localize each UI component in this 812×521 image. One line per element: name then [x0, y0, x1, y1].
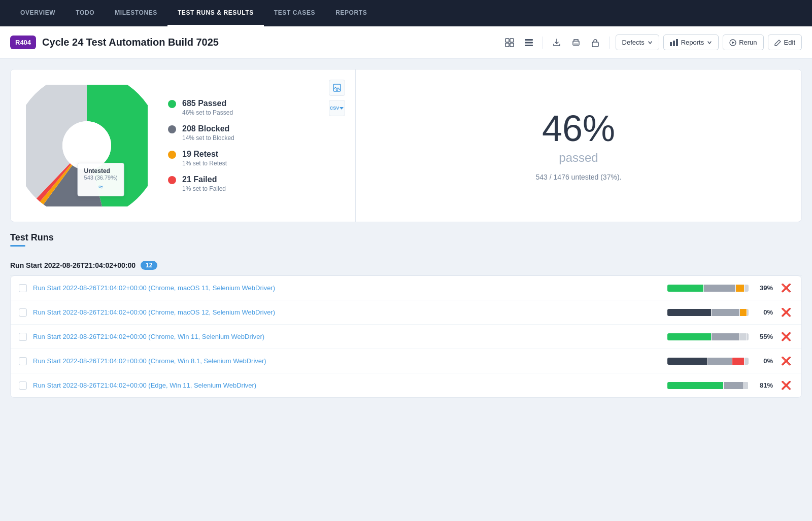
progress-bar-segment	[732, 358, 745, 365]
progress-bar-segment	[745, 285, 749, 292]
run-percentage: 0%	[755, 357, 773, 365]
page-title: Cycle 24 Test Automation Build 7025	[42, 37, 495, 48]
run-checkbox[interactable]	[19, 308, 27, 317]
blocked-dot	[168, 125, 176, 133]
export-button[interactable]	[549, 35, 564, 50]
bar-chart-icon	[670, 39, 678, 46]
nav-milestones[interactable]: MILESTONES	[105, 0, 167, 26]
retest-count: 19 Retest	[182, 150, 227, 159]
run-checkbox[interactable]	[19, 381, 27, 390]
passed-pct: 46% set to Passed	[182, 109, 233, 116]
grid-view-button[interactable]	[502, 35, 517, 50]
table-row: Run Start 2022-08-26T21:04:02+00:00 (Chr…	[11, 349, 801, 373]
test-runs-section: Test Runs Run Start 2022-08-26T21:04:02+…	[10, 232, 802, 398]
nav-todo[interactable]: TODO	[65, 0, 105, 26]
run-checkbox[interactable]	[19, 333, 27, 341]
separator-1	[543, 37, 543, 49]
edit-button[interactable]: Edit	[768, 34, 802, 50]
export-icon	[552, 38, 561, 47]
failed-pct: 1% set to Failed	[182, 185, 226, 192]
svg-rect-1	[510, 39, 514, 42]
download-csv-button[interactable]: CSV	[329, 100, 345, 116]
delete-run-button[interactable]: ❌	[779, 380, 793, 390]
print-icon	[571, 38, 581, 47]
chart-legend: 685 Passed 46% set to Passed 208 Blocked…	[168, 99, 234, 192]
run-name[interactable]: Run Start 2022-08-26T21:04:02+00:00 (Chr…	[33, 308, 661, 316]
list-view-button[interactable]	[521, 35, 536, 50]
svg-rect-12	[676, 39, 678, 46]
legend-blocked: 208 Blocked 14% set to Blocked	[168, 124, 234, 142]
list-icon	[524, 38, 533, 47]
defects-dropdown[interactable]: Defects	[616, 34, 659, 50]
delete-run-button[interactable]: ❌	[779, 356, 793, 366]
defects-label: Defects	[622, 39, 645, 46]
progress-bar-segment	[740, 309, 747, 316]
section-title: Test Runs	[10, 232, 802, 243]
edit-icon	[774, 39, 782, 46]
progress-bar-segment	[736, 285, 744, 292]
delete-run-button[interactable]: ❌	[779, 332, 793, 341]
passed-dot	[168, 100, 176, 108]
run-name[interactable]: Run Start 2022-08-26T21:04:02+00:00 (Chr…	[33, 284, 661, 292]
run-name[interactable]: Run Start 2022-08-26T21:04:02+00:00 (Chr…	[33, 333, 661, 340]
svg-rect-5	[525, 42, 533, 43]
progress-bar-segment	[667, 285, 703, 292]
progress-bar-segment	[724, 382, 743, 389]
progress-bar-segment	[745, 358, 749, 365]
retest-pct: 1% set to Retest	[182, 160, 227, 167]
blocked-count: 208 Blocked	[182, 124, 234, 133]
summary-percent: 46%	[542, 110, 615, 147]
lock-button[interactable]	[588, 35, 603, 50]
run-percentage: 55%	[755, 333, 773, 340]
lock-icon	[591, 38, 600, 47]
table-row: Run Start 2022-08-26T21:04:02+00:00 (Chr…	[11, 300, 801, 325]
section-underline	[10, 245, 25, 247]
table-row: Run Start 2022-08-26T21:04:02+00:00 (Chr…	[11, 276, 801, 300]
main-content: Untested 543 (36.79%) ≈ 685 Passed 46% s…	[0, 59, 812, 408]
progress-bar-segment	[667, 333, 711, 340]
run-name[interactable]: Run Start 2022-08-26T21:04:02+00:00 (Chr…	[33, 357, 661, 365]
rerun-label: Rerun	[739, 39, 757, 46]
run-name[interactable]: Run Start 2022-08-26T21:04:02+00:00 (Edg…	[33, 381, 661, 389]
run-badge: R404	[10, 36, 36, 49]
delete-run-button[interactable]: ❌	[779, 307, 793, 317]
passed-count: 685 Passed	[182, 99, 233, 108]
rerun-button[interactable]: Rerun	[723, 34, 763, 50]
run-group-header: Run Start 2022-08-26T21:04:02+00:00 12	[10, 255, 802, 275]
separator-2	[609, 37, 610, 49]
download-image-button[interactable]	[329, 80, 345, 96]
progress-bar-segment	[744, 382, 748, 389]
svg-rect-8	[574, 43, 578, 45]
run-percentage: 39%	[755, 284, 773, 292]
chevron-down-icon-2	[707, 40, 712, 45]
failed-dot	[168, 176, 176, 184]
tooltip-value: 543 (36.79%)	[84, 175, 118, 181]
progress-bar	[667, 358, 749, 365]
delete-run-button[interactable]: ❌	[779, 283, 793, 293]
legend-retest: 19 Retest 1% set to Retest	[168, 150, 234, 167]
nav-reports[interactable]: REPORTS	[325, 0, 377, 26]
pie-chart-wrapper: Untested 543 (36.79%) ≈	[26, 85, 148, 206]
run-checkbox[interactable]	[19, 284, 27, 292]
nav-test-cases[interactable]: TEST CASES	[264, 0, 325, 26]
run-count-badge: 12	[141, 261, 157, 270]
chart-panel: Untested 543 (36.79%) ≈ 685 Passed 46% s…	[11, 70, 356, 222]
progress-bar-segment	[704, 285, 736, 292]
pie-tooltip: Untested 543 (36.79%) ≈	[78, 163, 124, 196]
edit-label: Edit	[784, 39, 795, 46]
reports-dropdown[interactable]: Reports	[663, 34, 719, 50]
print-button[interactable]	[568, 35, 584, 50]
play-icon	[729, 39, 736, 46]
failed-count: 21 Failed	[182, 175, 226, 184]
tooltip-title: Untested	[84, 167, 118, 175]
run-checkbox[interactable]	[19, 357, 27, 365]
table-row: Run Start 2022-08-26T21:04:02+00:00 (Chr…	[11, 325, 801, 349]
nav-overview[interactable]: OVERVIEW	[10, 0, 65, 26]
svg-rect-6	[525, 45, 533, 46]
retest-dot	[168, 151, 176, 159]
run-group-title: Run Start 2022-08-26T21:04:02+00:00	[10, 261, 136, 269]
progress-bar	[667, 285, 749, 292]
nav-test-runs[interactable]: TEST RUNS & RESULTS	[167, 0, 264, 26]
run-list: Run Start 2022-08-26T21:04:02+00:00 (Chr…	[10, 275, 802, 398]
progress-bar-segment	[667, 382, 723, 389]
